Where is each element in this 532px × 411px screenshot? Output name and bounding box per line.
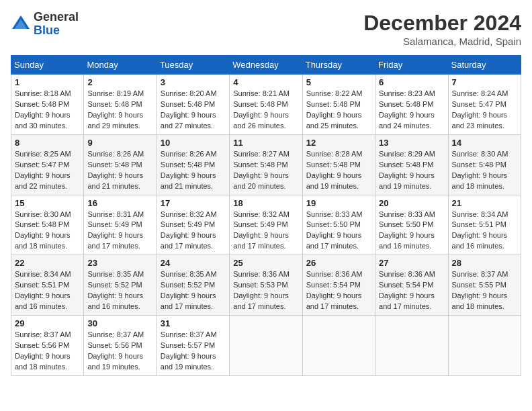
day-number: 11 — [233, 138, 298, 148]
day-info: Sunrise: 8:22 AMSunset: 5:48 PMDaylight:… — [306, 89, 371, 132]
calendar-day-header: Tuesday — [157, 56, 229, 75]
day-number: 2 — [87, 77, 152, 87]
calendar-cell: 27 Sunrise: 8:36 AMSunset: 5:54 PMDaylig… — [375, 255, 448, 316]
day-number: 3 — [161, 77, 226, 87]
calendar-cell: 20 Sunrise: 8:33 AMSunset: 5:50 PMDaylig… — [375, 195, 448, 255]
day-info: Sunrise: 8:34 AMSunset: 5:51 PMDaylight:… — [452, 210, 517, 253]
logo-icon — [11, 14, 31, 34]
day-number: 30 — [87, 318, 152, 328]
calendar-cell: 7 Sunrise: 8:24 AMSunset: 5:47 PMDayligh… — [448, 75, 521, 135]
day-number: 10 — [161, 138, 226, 148]
calendar-cell: 14 Sunrise: 8:30 AMSunset: 5:48 PMDaylig… — [448, 134, 521, 195]
calendar-cell: 21 Sunrise: 8:34 AMSunset: 5:51 PMDaylig… — [448, 195, 521, 255]
day-info: Sunrise: 8:37 AMSunset: 5:55 PMDaylight:… — [452, 269, 517, 312]
calendar-cell: 1 Sunrise: 8:18 AMSunset: 5:48 PMDayligh… — [11, 75, 84, 135]
calendar-cell: 22 Sunrise: 8:34 AMSunset: 5:51 PMDaylig… — [11, 255, 84, 316]
day-info: Sunrise: 8:21 AMSunset: 5:48 PMDaylight:… — [233, 89, 298, 132]
day-number: 13 — [379, 138, 444, 148]
page-header: General Blue December 2024 Salamanca, Ma… — [11, 11, 521, 47]
logo: General Blue — [11, 11, 79, 38]
calendar-cell: 4 Sunrise: 8:21 AMSunset: 5:48 PMDayligh… — [230, 75, 302, 135]
day-info: Sunrise: 8:34 AMSunset: 5:51 PMDaylight:… — [15, 269, 80, 312]
day-info: Sunrise: 8:27 AMSunset: 5:48 PMDaylight:… — [233, 149, 298, 192]
day-number: 20 — [379, 198, 444, 208]
calendar-cell: 2 Sunrise: 8:19 AMSunset: 5:48 PMDayligh… — [84, 75, 157, 135]
day-info: Sunrise: 8:37 AMSunset: 5:56 PMDaylight:… — [87, 330, 152, 373]
calendar-cell: 30 Sunrise: 8:37 AMSunset: 5:56 PMDaylig… — [84, 316, 157, 376]
day-info: Sunrise: 8:26 AMSunset: 5:48 PMDaylight:… — [87, 149, 152, 192]
day-info: Sunrise: 8:23 AMSunset: 5:48 PMDaylight:… — [379, 89, 444, 132]
calendar-cell — [448, 316, 521, 376]
calendar-cell — [230, 316, 302, 376]
day-info: Sunrise: 8:26 AMSunset: 5:48 PMDaylight:… — [161, 149, 226, 192]
calendar-cell: 5 Sunrise: 8:22 AMSunset: 5:48 PMDayligh… — [302, 75, 375, 135]
logo-general: General — [34, 10, 79, 24]
day-info: Sunrise: 8:25 AMSunset: 5:47 PMDaylight:… — [15, 149, 80, 192]
day-info: Sunrise: 8:33 AMSunset: 5:50 PMDaylight:… — [379, 210, 444, 253]
calendar-header-row: SundayMondayTuesdayWednesdayThursdayFrid… — [11, 56, 521, 75]
calendar-cell: 16 Sunrise: 8:31 AMSunset: 5:49 PMDaylig… — [84, 195, 157, 255]
day-info: Sunrise: 8:36 AMSunset: 5:54 PMDaylight:… — [379, 269, 444, 312]
calendar-week-row: 1 Sunrise: 8:18 AMSunset: 5:48 PMDayligh… — [11, 75, 521, 135]
day-number: 6 — [379, 77, 444, 87]
calendar-day-header: Friday — [375, 56, 448, 75]
day-info: Sunrise: 8:35 AMSunset: 5:52 PMDaylight:… — [87, 269, 152, 312]
day-info: Sunrise: 8:29 AMSunset: 5:48 PMDaylight:… — [379, 149, 444, 192]
calendar-cell: 24 Sunrise: 8:35 AMSunset: 5:52 PMDaylig… — [157, 255, 229, 316]
calendar-day-header: Monday — [84, 56, 157, 75]
day-number: 19 — [306, 198, 371, 208]
day-info: Sunrise: 8:31 AMSunset: 5:49 PMDaylight:… — [87, 210, 152, 253]
calendar-table: SundayMondayTuesdayWednesdayThursdayFrid… — [11, 55, 521, 376]
day-number: 25 — [233, 258, 298, 268]
day-number: 22 — [15, 258, 80, 268]
calendar-week-row: 8 Sunrise: 8:25 AMSunset: 5:47 PMDayligh… — [11, 134, 521, 195]
day-info: Sunrise: 8:20 AMSunset: 5:48 PMDaylight:… — [161, 89, 226, 132]
day-number: 31 — [161, 318, 226, 328]
calendar-day-header: Wednesday — [230, 56, 302, 75]
day-number: 8 — [15, 138, 80, 148]
day-info: Sunrise: 8:35 AMSunset: 5:52 PMDaylight:… — [161, 269, 226, 312]
day-number: 15 — [15, 198, 80, 208]
calendar-cell: 12 Sunrise: 8:28 AMSunset: 5:48 PMDaylig… — [302, 134, 375, 195]
day-info: Sunrise: 8:18 AMSunset: 5:48 PMDaylight:… — [15, 89, 80, 132]
calendar-cell — [302, 316, 375, 376]
day-number: 28 — [452, 258, 517, 268]
day-info: Sunrise: 8:24 AMSunset: 5:47 PMDaylight:… — [452, 89, 517, 132]
day-number: 23 — [87, 258, 152, 268]
title-block: December 2024 Salamanca, Madrid, Spain — [363, 11, 521, 47]
day-info: Sunrise: 8:32 AMSunset: 5:49 PMDaylight:… — [161, 210, 226, 253]
calendar-body: 1 Sunrise: 8:18 AMSunset: 5:48 PMDayligh… — [11, 75, 521, 376]
day-info: Sunrise: 8:19 AMSunset: 5:48 PMDaylight:… — [87, 89, 152, 132]
calendar-cell: 26 Sunrise: 8:36 AMSunset: 5:54 PMDaylig… — [302, 255, 375, 316]
calendar-cell: 10 Sunrise: 8:26 AMSunset: 5:48 PMDaylig… — [157, 134, 229, 195]
calendar-cell: 19 Sunrise: 8:33 AMSunset: 5:50 PMDaylig… — [302, 195, 375, 255]
calendar-cell: 31 Sunrise: 8:37 AMSunset: 5:57 PMDaylig… — [157, 316, 229, 376]
calendar-week-row: 29 Sunrise: 8:37 AMSunset: 5:56 PMDaylig… — [11, 316, 521, 376]
logo-blue: Blue — [34, 24, 60, 37]
calendar-cell: 11 Sunrise: 8:27 AMSunset: 5:48 PMDaylig… — [230, 134, 302, 195]
day-info: Sunrise: 8:30 AMSunset: 5:48 PMDaylight:… — [452, 149, 517, 192]
calendar-day-header: Saturday — [448, 56, 521, 75]
day-number: 27 — [379, 258, 444, 268]
day-number: 12 — [306, 138, 371, 148]
day-info: Sunrise: 8:36 AMSunset: 5:54 PMDaylight:… — [306, 269, 371, 312]
logo-text: General Blue — [34, 11, 79, 38]
day-number: 18 — [233, 198, 298, 208]
day-info: Sunrise: 8:36 AMSunset: 5:53 PMDaylight:… — [233, 269, 298, 312]
calendar-cell: 15 Sunrise: 8:30 AMSunset: 5:48 PMDaylig… — [11, 195, 84, 255]
calendar-cell: 3 Sunrise: 8:20 AMSunset: 5:48 PMDayligh… — [157, 75, 229, 135]
day-number: 14 — [452, 138, 517, 148]
calendar-cell: 17 Sunrise: 8:32 AMSunset: 5:49 PMDaylig… — [157, 195, 229, 255]
calendar-cell: 23 Sunrise: 8:35 AMSunset: 5:52 PMDaylig… — [84, 255, 157, 316]
calendar-cell — [375, 316, 448, 376]
calendar-cell: 18 Sunrise: 8:32 AMSunset: 5:49 PMDaylig… — [230, 195, 302, 255]
day-info: Sunrise: 8:37 AMSunset: 5:56 PMDaylight:… — [15, 330, 80, 373]
day-info: Sunrise: 8:37 AMSunset: 5:57 PMDaylight:… — [161, 330, 226, 373]
calendar-week-row: 22 Sunrise: 8:34 AMSunset: 5:51 PMDaylig… — [11, 255, 521, 316]
calendar-cell: 13 Sunrise: 8:29 AMSunset: 5:48 PMDaylig… — [375, 134, 448, 195]
day-number: 4 — [233, 77, 298, 87]
calendar-week-row: 15 Sunrise: 8:30 AMSunset: 5:48 PMDaylig… — [11, 195, 521, 255]
location: Salamanca, Madrid, Spain — [363, 36, 521, 47]
calendar-cell: 8 Sunrise: 8:25 AMSunset: 5:47 PMDayligh… — [11, 134, 84, 195]
day-number: 26 — [306, 258, 371, 268]
